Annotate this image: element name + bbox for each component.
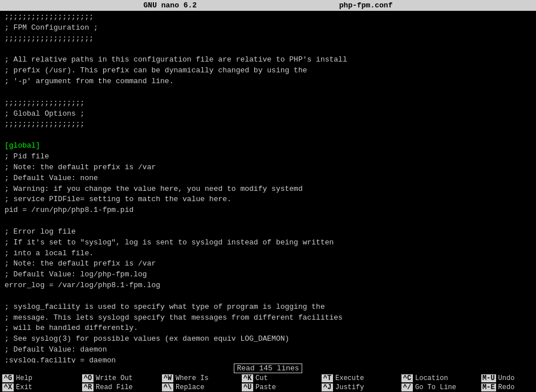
shortcut-key-exit: ^X (2, 383, 14, 391)
line: ; service PIDFile= setting to match the … (5, 194, 531, 205)
shortcut-label-redo: Redo (498, 383, 515, 391)
shortcut-key-undo: M-U (481, 374, 496, 382)
line: error_log = /var/log/php8.1-fpm.log (5, 280, 531, 291)
shortcut-cut[interactable]: ^K Cut (242, 374, 322, 382)
line: ;;;;;;;;;;;;;;;;;;;; (5, 12, 531, 23)
shortcut-key-read-file: ^R (82, 383, 94, 391)
shortcut-key-replace: ^\ (162, 383, 173, 391)
line: ; into a local file. (5, 248, 531, 259)
app-name: GNU nano 6.2 (144, 1, 197, 10)
shortcut-key-where-is: ^W (162, 374, 173, 382)
line: ; prefix (/usr). This prefix can be dyna… (5, 66, 531, 76)
line: ; Default Value: log/php-fpm.log (5, 270, 531, 280)
shortcut-key-paste: ^U (242, 383, 253, 391)
shortcut-label-location: Location (415, 374, 448, 382)
line: ; Default Value: none (5, 173, 531, 184)
shortcut-write-out[interactable]: ^O Write Out (82, 374, 162, 382)
shortcut-redo[interactable]: M-E Redo (481, 383, 536, 391)
shortcut-location[interactable]: ^C Location (401, 374, 481, 382)
shortcut-key-justify: ^J (322, 383, 333, 391)
shortcut-go-to-line[interactable]: ^/ Go To Line (401, 383, 481, 391)
line: ; Warning: if you change the value here,… (5, 184, 531, 195)
status-bar: Read 145 lines (0, 363, 536, 374)
line (5, 87, 531, 98)
line: ; '-p' argument from the command line. (5, 76, 531, 87)
shortcut-execute[interactable]: ^T Execute (322, 374, 401, 382)
shortcut-undo[interactable]: M-U Undo (481, 374, 536, 382)
shortcut-justify[interactable]: ^J Justify (322, 383, 401, 391)
line-section: [global] (5, 141, 531, 152)
shortcut-label-undo: Undo (498, 374, 515, 382)
line (5, 130, 531, 141)
line: ;syslog.facility = daemon (5, 356, 531, 363)
shortcut-label-justify: Justify (335, 383, 364, 391)
line: ; Global Options ; (5, 109, 531, 120)
content-area: ;;;;;;;;;;;;;;;;;;;; ; FPM Configuration… (0, 11, 536, 363)
shortcut-label-replace: Replace (176, 383, 204, 391)
shortcut-where-is[interactable]: ^W Where Is (162, 374, 242, 382)
line: ; Note: the default prefix is /var (5, 259, 531, 270)
title-bar: GNU nano 6.2 php-fpm.conf (0, 0, 536, 11)
line: ;;;;;;;;;;;;;;;;;; (5, 119, 531, 130)
shortcut-key-redo: M-E (481, 383, 496, 391)
line: ; message. This lets syslogd specify tha… (5, 313, 531, 324)
line: ; If it's set to "syslog", log is sent t… (5, 238, 531, 248)
bottom-bar: ^G Help ^O Write Out ^W Where Is ^K Cut … (0, 374, 536, 392)
shortcut-row-1: ^G Help ^O Write Out ^W Where Is ^K Cut … (0, 374, 536, 383)
line (5, 291, 531, 302)
shortcut-row-2: ^X Exit ^R Read File ^\ Replace ^U Paste… (0, 383, 536, 392)
line: ;;;;;;;;;;;;;;;;;; (5, 98, 531, 109)
line: ; will be handled differently. (5, 323, 531, 334)
line (5, 216, 531, 227)
filename: php-fpm.conf (339, 1, 393, 10)
status-message: Read 145 lines (234, 364, 302, 373)
terminal: GNU nano 6.2 php-fpm.conf ;;;;;;;;;;;;;;… (0, 0, 536, 392)
shortcut-key-help: ^G (2, 374, 14, 382)
line (5, 44, 531, 55)
shortcut-key-write-out: ^O (82, 374, 94, 382)
line: ; Default Value: daemon (5, 345, 531, 356)
shortcut-replace[interactable]: ^\ Replace (162, 383, 242, 391)
shortcut-key-location: ^C (401, 374, 413, 382)
line: ; FPM Configuration ; (5, 23, 531, 34)
shortcut-key-cut: ^K (242, 374, 253, 382)
shortcut-label-read-file: Read File (96, 383, 133, 391)
shortcut-label-execute: Execute (335, 374, 364, 382)
line: ; Error log file (5, 227, 531, 238)
line: ; See syslog(3) for possible values (ex … (5, 334, 531, 345)
line: ; syslog_facility is used to specify wha… (5, 302, 531, 313)
line: pid = /run/php/php8.1-fpm.pid (5, 205, 531, 216)
shortcut-label-paste: Paste (255, 383, 276, 391)
shortcut-key-execute: ^T (322, 374, 333, 382)
shortcut-read-file[interactable]: ^R Read File (82, 383, 162, 391)
line: ; Pid file (5, 152, 531, 162)
shortcut-label-help: Help (16, 374, 33, 382)
line: ;;;;;;;;;;;;;;;;;;;; (5, 34, 531, 44)
shortcut-label-where-is: Where Is (176, 374, 209, 382)
shortcut-paste[interactable]: ^U Paste (242, 383, 322, 391)
line: ; Note: the default prefix is /var (5, 162, 531, 173)
shortcut-label-go-to-line: Go To Line (415, 383, 456, 391)
line: ; All relative paths in this configurati… (5, 55, 531, 66)
shortcut-help[interactable]: ^G Help (2, 374, 82, 382)
shortcut-label-exit: Exit (16, 383, 33, 391)
shortcut-label-cut: Cut (255, 374, 268, 382)
shortcut-label-write-out: Write Out (96, 374, 133, 382)
shortcut-exit[interactable]: ^X Exit (2, 383, 82, 391)
shortcut-key-go-to-line: ^/ (401, 383, 413, 391)
